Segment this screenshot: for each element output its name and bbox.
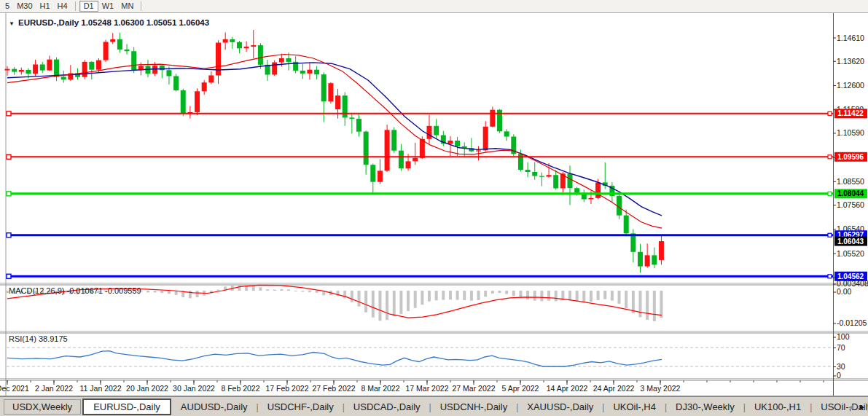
candle-bull — [588, 198, 593, 200]
macd-bar — [358, 291, 361, 307]
macd-bar — [378, 291, 381, 321]
hline-handle[interactable] — [7, 233, 11, 238]
candle-bear — [532, 172, 537, 176]
candle-bear — [525, 170, 531, 172]
candle-bear — [258, 45, 263, 65]
macd-bar — [217, 290, 220, 291]
macd-bar — [421, 291, 423, 305]
date-tick-label: 17 Mar 2022 — [406, 384, 449, 393]
macd-bar — [351, 291, 353, 302]
timeframe-button-w1[interactable]: W1 — [98, 1, 118, 12]
macd-bar — [266, 289, 269, 291]
candle-bear — [237, 42, 242, 48]
macd-bar — [582, 291, 585, 302]
date-tick-label: 27 Mar 2022 — [453, 384, 496, 393]
timeframe-button-5[interactable]: 5 — [1, 1, 13, 12]
candle-bull — [103, 42, 109, 60]
timeframe-button-m30[interactable]: M30 — [13, 1, 36, 12]
candle-bull — [645, 255, 650, 266]
candle-bull — [447, 141, 453, 144]
candle-bull — [385, 130, 390, 170]
macd-bar — [470, 291, 473, 301]
macd-bar — [646, 291, 649, 320]
macd-bar — [154, 291, 157, 292]
macd-bar — [555, 291, 558, 301]
candle-bull — [244, 47, 249, 48]
timeframe-button-d1[interactable]: D1 — [79, 1, 98, 12]
candle-bull — [307, 70, 312, 74]
macd-bar — [449, 291, 452, 299]
candle-bear — [26, 70, 31, 74]
macd-bar — [273, 290, 276, 291]
date-tick-label: 23 Dec 2021 — [0, 384, 29, 393]
hline-handle[interactable] — [7, 192, 11, 196]
candle-bull — [595, 182, 601, 197]
tabs-scroll-right-button[interactable]: ► — [859, 404, 866, 411]
macd-bar — [308, 291, 311, 292]
candle-bull — [202, 82, 207, 91]
candle-bear — [504, 131, 509, 136]
candle-bull — [33, 64, 38, 74]
candle-bear — [370, 165, 375, 181]
timeframe-toolbar: 5M30H1H4D1W1MN — [0, 0, 868, 13]
tab-usdx-weekly[interactable]: USDX,Weekly — [4, 399, 81, 415]
date-tick-label: 24 Apr 2022 — [593, 384, 635, 393]
chart-canvas[interactable]: 1.146101.136201.126001.115801.105901.095… — [0, 13, 868, 396]
svg-text:1.05520: 1.05520 — [837, 249, 864, 258]
candle-bear — [652, 255, 657, 264]
macd-bar — [597, 291, 600, 300]
hline-handle[interactable] — [7, 274, 11, 278]
hline-handle[interactable] — [7, 154, 11, 159]
tab-dj30-weekly[interactable]: DJ30-,Weekly — [668, 399, 743, 415]
svg-text:1.07560: 1.07560 — [837, 200, 864, 209]
tab-uk100-h1[interactable]: UK100-,H1 — [746, 399, 809, 415]
macd-bar — [498, 291, 501, 293]
candle-bear — [321, 74, 327, 101]
tab-ukoil-h4[interactable]: UKOil-,H4 — [605, 399, 664, 415]
macd-bar — [435, 291, 438, 300]
hline-axis-handle — [828, 155, 832, 159]
hline-axis-handle — [828, 233, 832, 237]
candle-bear — [131, 51, 136, 70]
candle-bull — [110, 39, 115, 42]
candle-bear — [125, 50, 130, 51]
candle-bull — [96, 60, 101, 70]
tab-eurusd-daily[interactable]: EURUSD-,Daily — [82, 399, 171, 415]
macd-bar — [287, 289, 290, 291]
tabs-scroll-left-button[interactable]: ◄ — [847, 404, 854, 411]
candle-bull — [195, 91, 200, 112]
candle-bear — [399, 151, 404, 168]
candle-bear — [568, 173, 573, 188]
svg-text:70: 70 — [837, 343, 845, 352]
svg-text:1.10590: 1.10590 — [837, 128, 864, 137]
timeframe-button-h4[interactable]: H4 — [54, 1, 71, 12]
tab-usdcnh-daily[interactable]: USDCNH-,Daily — [432, 399, 515, 415]
macd-bar — [653, 291, 656, 321]
candle-bear — [230, 39, 235, 42]
candle-bull — [335, 95, 340, 109]
tab-xauusd-daily[interactable]: XAUUSD-,Daily — [519, 399, 601, 415]
macd-bar — [618, 291, 621, 304]
candle-bear — [117, 39, 122, 50]
date-tick-label: 3 May 2022 — [641, 384, 681, 393]
candle-bull — [547, 175, 552, 176]
candle-bull — [152, 66, 157, 74]
chart-window[interactable]: 1.146101.136201.126001.115801.105901.095… — [0, 13, 868, 396]
tab-usdcad-daily[interactable]: USDCAD-,Daily — [345, 399, 429, 415]
timeframe-button-mn[interactable]: MN — [117, 1, 137, 12]
svg-text:100: 100 — [837, 332, 850, 341]
date-tick-label: 11 Jan 2022 — [79, 384, 121, 393]
date-tick-label: 8 Mar 2022 — [361, 384, 399, 393]
candle-bull — [413, 158, 418, 162]
macd-bar — [343, 291, 346, 299]
date-tick-label: 27 Feb 2022 — [313, 384, 356, 393]
timeframe-button-h1[interactable]: H1 — [36, 1, 54, 12]
symbol-dropdown-icon[interactable]: ▼ — [9, 20, 15, 27]
tab-audusd-daily[interactable]: AUDUSD-,Daily — [173, 399, 256, 415]
tab-usdchf-daily[interactable]: USDCHF-,Daily — [259, 399, 342, 415]
candle-bear — [314, 70, 319, 75]
svg-text:1.13620: 1.13620 — [837, 57, 864, 66]
hline-handle[interactable] — [7, 111, 11, 116]
candle-bear — [638, 252, 643, 267]
svg-text:30: 30 — [837, 362, 845, 371]
